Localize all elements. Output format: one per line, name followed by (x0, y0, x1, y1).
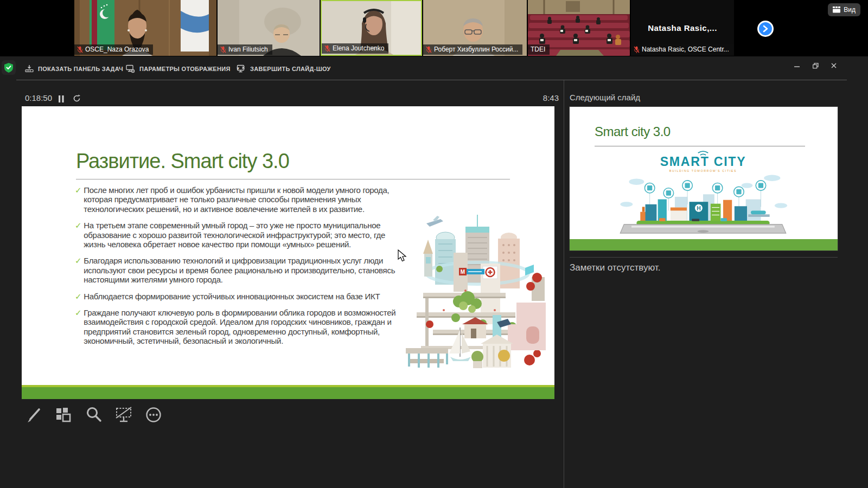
check-bullet-icon: ✓ (75, 292, 81, 301)
bullet-text: Граждане получают ключевую роль в формир… (84, 308, 398, 346)
close-icon (831, 63, 837, 68)
restore-button[interactable] (808, 60, 822, 72)
pen-icon (25, 406, 43, 424)
panel-splitter[interactable] (564, 80, 564, 488)
video-strip: OSCE_Naza Orazova (0, 0, 868, 56)
next-slide-thumbnail[interactable]: Smart city 3.0 SMART CITY BUILDING TOMOR… (570, 107, 838, 251)
mic-muted-icon (77, 46, 83, 53)
end-slideshow-icon (237, 65, 246, 73)
check-bullet-icon: ✓ (75, 185, 81, 214)
mic-muted-icon (634, 46, 640, 53)
participant-tile-elena[interactable]: Elena Joutchenko (321, 0, 422, 56)
see-all-slides-button[interactable] (53, 404, 74, 425)
mic-muted-icon (220, 46, 226, 53)
view-menu-label: Вид (844, 6, 856, 14)
next-slide-title-underline (595, 146, 805, 146)
elapsed-timer: 0:18:50 (25, 93, 52, 102)
next-slide-heading: Следующий слайд (570, 93, 640, 102)
bullet-item: ✓ Граждане получают ключевую роль в форм… (75, 308, 398, 346)
blank-screen-icon (114, 406, 134, 424)
svg-text:H: H (697, 206, 701, 211)
notes-divider (570, 257, 838, 258)
participant-name-label: TDEI (528, 44, 550, 55)
bullet-item: ✓ После многих лет проб и ошибок урбанис… (75, 185, 398, 214)
airplane-icon (426, 216, 443, 227)
participant-name-label: Natasha Rasic, OSCE Centr... (631, 44, 733, 55)
more-options-button[interactable] (143, 404, 164, 425)
title-underline (76, 179, 510, 179)
pause-icon (59, 95, 64, 102)
slide-bullets: ✓ После многих лет проб и ошибок урбанис… (75, 185, 398, 352)
security-shield-icon[interactable] (2, 60, 16, 75)
bullet-item: ✓ Благодаря использованию технологий и ц… (75, 256, 398, 284)
participant-name: OSCE_Naza Orazova (85, 46, 149, 53)
bullet-text: Благодаря использованию технологий и циф… (84, 256, 398, 284)
participant-name-label: Ivan Filiutsich (218, 44, 272, 55)
notes-text: Заметки отсутствуют. (570, 262, 660, 273)
slide-title: Развитие. Smart city 3.0 (76, 150, 289, 173)
mouse-cursor (398, 249, 407, 262)
check-bullet-icon: ✓ (75, 256, 81, 284)
participant-name-label: Роберт Хизбуллин Россий... (423, 44, 522, 55)
display-options-label: ПАРАМЕТРЫ ОТОБРАЖЕНИЯ (139, 66, 231, 72)
magnifier-icon (85, 406, 103, 424)
participant-name: TDEI (531, 46, 545, 53)
participant-tile-tdei[interactable]: TDEI (528, 0, 630, 56)
next-participants-button[interactable] (757, 21, 774, 37)
check-bullet-icon: ✓ (75, 308, 81, 346)
ellipsis-icon (144, 406, 163, 424)
black-screen-button[interactable] (114, 404, 135, 425)
participant-tile-natasha[interactable]: Natasha Rasic,... Natasha Rasic, OSCE Ce… (631, 0, 734, 56)
graphic-subtitle: BUILDING TOMORROW'S CITIES (669, 169, 737, 172)
check-bullet-icon: ✓ (75, 221, 81, 249)
minimize-icon (794, 63, 800, 68)
svg-text:M: M (461, 269, 465, 275)
mic-muted-icon (426, 46, 432, 53)
show-taskbar-button[interactable]: ПОКАЗАТЬ ПАНЕЛЬ ЗАДАЧ (25, 62, 123, 75)
mic-muted-icon (324, 45, 330, 52)
bullet-text: После многих лет проб и ошибок урбанисты… (84, 185, 398, 214)
display-settings-icon (126, 65, 135, 73)
participant-name: Роберт Хизбуллин Россий... (434, 46, 518, 53)
participant-tile-naza[interactable]: OSCE_Naza Orazova (74, 0, 216, 56)
participant-name-label: OSCE_Naza Orazova (74, 44, 153, 55)
slide-canvas[interactable]: Развитие. Smart city 3.0 ✓ После многих … (22, 106, 554, 399)
end-slideshow-button[interactable]: ЗАВЕРШИТЬ СЛАЙД-ШОУ (237, 62, 331, 75)
graphic-title: SMART CITY (660, 155, 746, 169)
smart-city-graphic: SMART CITY BUILDING TOMORROW'S CITIES (600, 149, 806, 237)
chevron-right-icon (762, 25, 769, 33)
restart-timer-button[interactable] (73, 94, 81, 105)
bullet-item: ✓ На третьем этапе современный умный гор… (75, 221, 398, 249)
participant-name: Elena Joutchenko (333, 44, 384, 52)
slide-grid-icon (54, 406, 73, 424)
minimize-button[interactable] (790, 60, 804, 72)
view-menu-button[interactable]: Вид (828, 3, 860, 16)
pause-timer-button[interactable] (59, 95, 64, 105)
participant-name: Natasha Rasic, OSCE Centr... (642, 46, 729, 53)
screen: OSCE_Naza Orazova (0, 0, 868, 488)
next-slide-title: Smart city 3.0 (595, 124, 671, 139)
show-taskbar-label: ПОКАЗАТЬ ПАНЕЛЬ ЗАДАЧ (38, 66, 123, 72)
bullet-text: На третьем этапе современный умный город… (84, 221, 398, 249)
bullet-text: Наблюдается формирование устойчивых инно… (84, 292, 380, 301)
zoom-slide-button[interactable] (84, 404, 104, 425)
participant-name: Ivan Filiutsich (228, 46, 268, 53)
city-illustration: M (401, 188, 549, 371)
bullet-item: ✓ Наблюдается формирование устойчивых ин… (75, 292, 398, 301)
display-options-button[interactable]: ПАРАМЕТРЫ ОТОБРАЖЕНИЯ ▼ (126, 62, 240, 75)
participant-tile-ivan[interactable]: Ivan Filiutsich (218, 0, 320, 56)
current-time: 8:43 (527, 93, 559, 102)
pen-tool-button[interactable] (24, 404, 44, 425)
grid-view-icon (833, 7, 840, 13)
close-button[interactable] (827, 60, 841, 72)
taskbar-icon (25, 65, 34, 73)
next-slide-footer-bar (570, 239, 838, 251)
participant-tile-robert[interactable]: Роберт Хизбуллин Россий... (423, 0, 527, 56)
restore-icon (813, 63, 819, 69)
participant-name-label: Elena Joutchenko (322, 43, 388, 54)
end-slideshow-label: ЗАВЕРШИТЬ СЛАЙД-ШОУ (250, 66, 331, 72)
slide-footer-bar (22, 385, 554, 399)
restart-icon (73, 94, 81, 102)
toolbar-divider (16, 80, 847, 80)
